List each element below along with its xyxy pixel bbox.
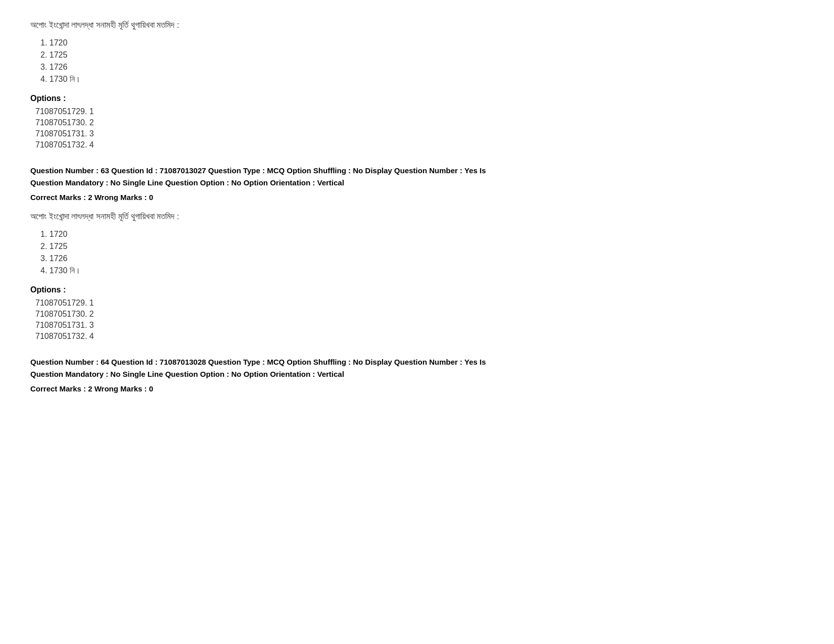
top-section: অপোং ইংখোন্দা লাৎলদ্ধা সনামহী মূর্তি থুগ… (30, 20, 804, 150)
list-item: 1. 1720 (40, 38, 804, 47)
list-item: 71087051731. 3 (35, 129, 804, 138)
question-63-choices: 1. 1720 2. 1725 3. 1726 4. 1730 নি। (40, 230, 804, 275)
top-choices-list: 1. 1720 2. 1725 3. 1726 4. 1730 নি। (40, 38, 804, 84)
question-63-section: Question Number : 63 Question Id : 71087… (30, 165, 804, 341)
list-item: 2. 1725 (40, 242, 804, 251)
question-64-meta-line2: Question Mandatory : No Single Line Ques… (30, 368, 804, 380)
list-item: 3. 1726 (40, 254, 804, 263)
list-item: 1. 1720 (40, 230, 804, 239)
question-64-section: Question Number : 64 Question Id : 71087… (30, 356, 804, 393)
list-item: 71087051730. 2 (35, 118, 804, 127)
list-item: 4. 1730 নি। (40, 266, 804, 275)
list-item: 71087051729. 1 (35, 107, 804, 116)
question-63-meta-line2: Question Mandatory : No Single Line Ques… (30, 177, 804, 189)
list-item: 71087051731. 3 (35, 321, 804, 330)
top-answer-options: 71087051729. 1 71087051730. 2 7108705173… (35, 107, 804, 150)
top-question-text: অপোং ইংখোন্দা লাৎলদ্ধা সনামহী মূর্তি থুগ… (30, 20, 804, 30)
top-options-label: Options : (30, 94, 804, 103)
question-63-meta-line1: Question Number : 63 Question Id : 71087… (30, 165, 804, 177)
list-item: 4. 1730 নি। (40, 75, 804, 84)
question-63-text: অপোং ইংখোন্দা লাৎলদ্ধা সনামহী মূর্তি থুগ… (30, 212, 804, 222)
question-64-meta: Question Number : 64 Question Id : 71087… (30, 356, 804, 380)
question-63-marks: Correct Marks : 2 Wrong Marks : 0 (30, 193, 804, 202)
list-item: 71087051732. 4 (35, 140, 804, 150)
list-item: 71087051729. 1 (35, 299, 804, 308)
question-63-meta: Question Number : 63 Question Id : 71087… (30, 165, 804, 189)
question-64-meta-line1: Question Number : 64 Question Id : 71087… (30, 356, 804, 368)
list-item: 2. 1725 (40, 51, 804, 60)
list-item: 3. 1726 (40, 63, 804, 72)
question-63-options-label: Options : (30, 285, 804, 294)
question-64-marks: Correct Marks : 2 Wrong Marks : 0 (30, 384, 804, 393)
list-item: 71087051730. 2 (35, 310, 804, 319)
question-63-answer-options: 71087051729. 1 71087051730. 2 7108705173… (35, 299, 804, 341)
list-item: 71087051732. 4 (35, 332, 804, 341)
